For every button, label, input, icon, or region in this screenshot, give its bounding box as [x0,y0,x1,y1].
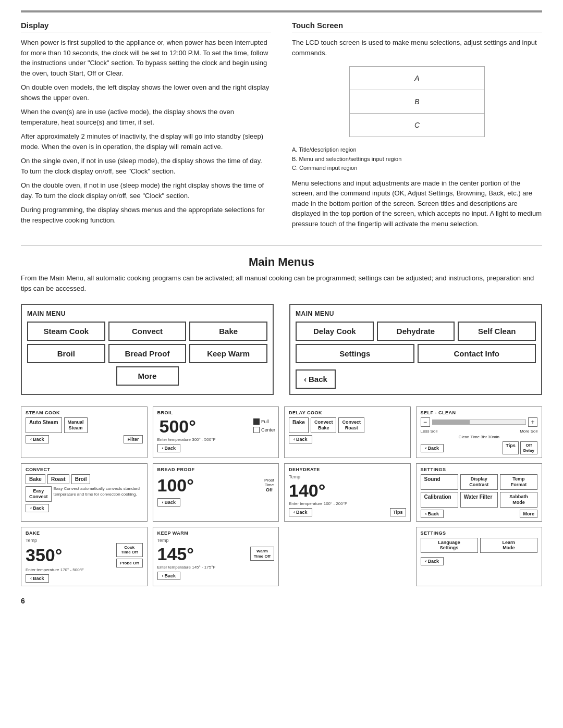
steam-filter-btn[interactable]: Filter [124,435,142,443]
bread-proof-back-btn[interactable]: ‹ Back [157,498,181,507]
delay-back-btn[interactable]: ‹ Back [289,435,312,443]
settings-display-btn[interactable]: Display Contrast [460,474,498,490]
display-para-4: After approximately 2 minutes of inactiv… [21,131,271,152]
easy-convect-row: Easy Convect Easy Convect automatically … [26,486,143,502]
settings-calibration-btn[interactable]: Calibration [421,492,458,508]
settings-more-btn[interactable]: More [520,510,537,518]
keep-warm-temp: 145° [157,545,194,563]
keep-warm-back-btn[interactable]: ‹ Back [157,572,181,580]
main-menu-box-1: MAIN MENU Steam Cook Convect Bake Broil … [21,304,274,395]
convect-broil-btn[interactable]: Broil [71,474,91,484]
clean-bar[interactable] [432,419,527,425]
dehydrate-back-btn[interactable]: ‹ Back [289,508,312,516]
delay-convect-bake-btn[interactable]: Convect Bake [311,417,337,433]
menu2-row2: Settings Contact Info [296,344,536,363]
settings-water-btn[interactable]: Water Filter [460,492,498,508]
back-chevron-icon: ‹ [293,437,295,442]
menu-more-btn[interactable]: More [116,366,179,386]
dehydrate-tips-btn[interactable]: Tips [390,508,406,516]
broil-center-square [253,427,260,433]
bake-back-btn[interactable]: ‹ Back [26,574,49,583]
touchscreen-body: Menu selections and input adjustments ar… [292,178,542,229]
sub-dehydrate-title: DEHYDRATE [289,467,406,472]
sub-clean-back-row: ‹ Back Tips Off Delay [421,441,538,454]
sub-convect-title: CONVECT [26,467,143,472]
sub-steam-back-row: ‹ Back Filter [26,435,143,443]
bake-cook-time-btn[interactable]: Cook Time Off [116,543,142,557]
sub-broil: BROIL 500° Full Center Enter temperature… [153,406,279,458]
sub-self-clean: SELF - CLEAN − + Less Soil More Soil Cle… [416,406,543,458]
menu-dehydrate-btn[interactable]: Dehydrate [377,322,455,341]
auto-steam-btn[interactable]: Auto Steam [26,417,62,433]
clean-tips-btn[interactable]: Tips [503,441,518,454]
convect-bake-btn[interactable]: Bake [26,474,45,484]
settings-sound-btn[interactable]: Sound [421,474,458,490]
sub-bread-back-row: ‹ Back [157,498,275,507]
keep-warm-time-btn[interactable]: Warm Time Off [250,547,274,561]
display-para-6: On the double oven, if not in use (sleep… [21,180,271,201]
sub-keep-warm: KEEP WARM Temp 145° Warm Time Off Enter … [153,527,279,586]
settings2-language-btn[interactable]: Language Settings [421,538,478,553]
menu-back-btn[interactable]: ‹ Back [296,369,336,389]
sub-settings2: SETTINGS Language Settings Learn Mode ‹ … [416,527,543,586]
clean-plus-btn[interactable]: + [528,417,537,427]
keep-warm-right: Warm Time Off [250,547,274,561]
settings-sabbath-btn[interactable]: Sabbath Mode [500,492,537,508]
sub-keep-warm-back-row: ‹ Back [157,572,275,580]
menu-boxes-row: MAIN MENU Steam Cook Convect Bake Broil … [21,304,542,395]
display-para-2: On double oven models, the left display … [21,82,271,103]
menu-broil-btn[interactable]: Broil [27,344,105,363]
clean-time-label: Clean Time 3hr 30min [421,435,538,439]
touchscreen-title: Touch Screen [292,21,542,32]
bake-right-btns: Cook Time Off Probe Off [116,543,142,567]
menu1-row2: Broil Bread Proof Keep Warm [27,344,267,363]
menu-bake-btn[interactable]: Bake [189,322,267,341]
menu2-back-row: ‹ Back [296,366,536,389]
convect-back-btn[interactable]: ‹ Back [26,504,49,512]
sub-keep-warm-title: KEEP WARM [157,530,275,536]
menu-delay-cook-btn[interactable]: Delay Cook [296,322,374,341]
broil-full-option[interactable]: Full [253,418,275,425]
easy-convect-desc: Easy Convect automatically convects stan… [54,486,143,502]
sub-broil-back-row: ‹ Back [157,444,275,452]
display-para-1: When power is first supplied to the appl… [21,38,271,78]
settings2-learn-btn[interactable]: Learn Mode [480,538,537,553]
back-chevron-icon: ‹ [425,559,427,564]
broil-center-option[interactable]: Center [253,427,275,433]
bake-probe-btn[interactable]: Probe Off [116,559,142,567]
manual-steam-btn[interactable]: Manual Steam [64,417,88,433]
bread-proof-main: 100° Proof Time Off [157,474,275,496]
clean-back-btn[interactable]: ‹ Back [421,444,444,452]
back-chevron-icon: ‹ [304,375,307,384]
steam-back-btn[interactable]: ‹ Back [26,435,49,443]
settings-grid-2: Calibration Water Filter Sabbath Mode [421,492,538,508]
back-chevron-icon: ‹ [425,511,427,516]
delay-convect-roast-btn[interactable]: Convect Roast [338,417,364,433]
settings-temp-btn[interactable]: Temp Format [500,474,537,490]
clean-off-delay-btn[interactable]: Off Delay [520,441,537,454]
menu-convect-btn[interactable]: Convect [108,322,187,341]
settings-back-btn[interactable]: ‹ Back [421,510,444,518]
delay-bake-btn[interactable]: Bake [289,417,309,433]
menu-settings-btn[interactable]: Settings [296,344,414,363]
sub-dehydrate-back-row: ‹ Back Tips [289,508,406,516]
menu-contact-info-btn[interactable]: Contact Info [418,344,536,363]
menu-self-clean-btn[interactable]: Self Clean [458,322,536,341]
submenu-row3: BAKE Temp 350° Cook Time Off Probe Off E… [21,527,542,586]
sub-bread-proof: BREAD PROOF 100° Proof Time Off ‹ Back [153,463,279,521]
convect-roast-btn[interactable]: Roast [47,474,69,484]
back-chevron-icon: ‹ [30,505,32,511]
sub-convect-btns: Bake Roast Broil [26,474,143,484]
keep-warm-main: 145° Warm Time Off [157,543,275,565]
settings2-back-btn[interactable]: ‹ Back [421,557,444,565]
easy-convect-btn[interactable]: Easy Convect [26,486,52,502]
menu-steam-cook-btn[interactable]: Steam Cook [27,322,105,341]
broil-back-btn[interactable]: ‹ Back [157,444,181,452]
menu-keep-warm-btn[interactable]: Keep Warm [189,344,267,363]
display-column: Display When power is first supplied to … [21,21,271,233]
clean-minus-btn[interactable]: − [421,417,430,427]
main-menus-title: Main Menus [21,245,542,269]
menu-bread-proof-btn[interactable]: Bread Proof [108,344,187,363]
proof-time-val: Off [266,487,273,492]
sub-broil-title: BROIL [157,410,275,415]
